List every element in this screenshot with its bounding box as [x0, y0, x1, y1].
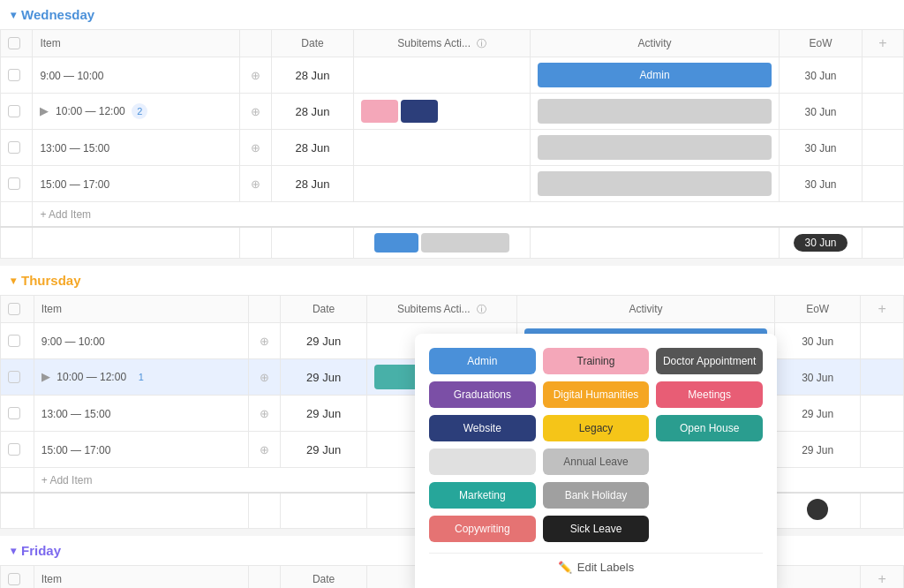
thu-row2-checkbox[interactable] — [1, 359, 34, 396]
wed-totals-row: 30 Jun — [1, 227, 904, 259]
wed-add-item-row[interactable]: + Add Item — [1, 202, 904, 228]
edit-labels-button[interactable]: ✏️ Edit Labels — [429, 553, 763, 581]
wed-subitems-header: Subitems Acti... ⓘ — [354, 30, 531, 57]
edit-labels-text: Edit Labels — [577, 561, 634, 574]
wed-add-item-btn[interactable]: + Add Item — [40, 208, 91, 221]
wed-row1-subitems — [354, 57, 531, 94]
section-divider — [0, 259, 904, 266]
thu-row1-date: 29 Jun — [281, 323, 366, 359]
thu-add-item-btn[interactable]: + Add Item — [41, 474, 93, 486]
label-training[interactable]: Training — [543, 348, 650, 374]
thu-subitem-badge: 1 — [133, 369, 149, 385]
wednesday-chevron-icon[interactable]: ▾ — [11, 9, 16, 21]
fri-plus-header[interactable]: + — [861, 566, 904, 589]
fri-item-header: Item — [34, 566, 248, 589]
wed-row4-add[interactable]: ⊕ — [240, 166, 271, 202]
wed-row3-subitems — [354, 130, 531, 166]
wed-row4-checkbox[interactable] — [1, 166, 33, 202]
label-annual-leave[interactable]: Annual Leave — [543, 449, 650, 475]
fri-check-header[interactable] — [1, 566, 34, 589]
label-legacy[interactable]: Legacy — [543, 415, 650, 441]
label-graduations[interactable]: Graduations — [429, 381, 536, 408]
table-row: 15:00 — 17:00 ⊕ 28 Jun 30 Jun — [1, 166, 904, 202]
wed-add-subitem-header — [240, 30, 271, 57]
thursday-section-header[interactable]: ▾ Thursday — [0, 266, 904, 295]
wed-row2-checkbox[interactable] — [1, 94, 33, 130]
wed-activity-header: Activity — [531, 30, 780, 57]
thu-eow-header: EoW — [775, 296, 861, 323]
wed-row1-checkbox[interactable] — [1, 57, 33, 94]
wednesday-section-header[interactable]: ▾ Wednesday — [0, 0, 904, 29]
label-meetings[interactable]: Meetings — [656, 381, 763, 408]
table-row: 9:00 — 10:00 ⊕ 28 Jun Admin 30 Jun — [1, 57, 904, 94]
wed-row1-eow: 30 Jun — [780, 57, 863, 94]
wed-row3-add[interactable]: ⊕ — [240, 130, 271, 166]
thu-expand-icon[interactable]: ▶ — [41, 370, 50, 383]
thu-row3-date: 29 Jun — [281, 396, 366, 432]
thu-activity-header: Activity — [517, 296, 775, 323]
thu-plus-header[interactable]: + — [861, 296, 904, 323]
wed-check-header[interactable] — [1, 30, 33, 57]
thu-subitems-info-icon[interactable]: ⓘ — [477, 304, 486, 314]
label-marketing[interactable]: Marketing — [429, 482, 536, 509]
wed-row4-plus — [862, 166, 903, 202]
thu-row1-eow: 30 Jun — [775, 323, 861, 359]
wed-row4-eow: 30 Jun — [780, 166, 863, 202]
label-empty2 — [656, 449, 763, 475]
thu-row1-checkbox[interactable] — [1, 323, 34, 359]
wed-row2-subitems — [354, 94, 531, 130]
wed-row3-checkbox[interactable] — [1, 130, 33, 166]
wed-row4-subitems — [354, 166, 531, 202]
pencil-icon: ✏️ — [558, 561, 572, 574]
thursday-label: Thursday — [21, 273, 81, 288]
label-sick-leave[interactable]: Sick Leave — [543, 516, 650, 542]
expand-icon[interactable]: ▶ — [40, 104, 49, 117]
label-empty1[interactable] — [429, 449, 536, 475]
thu-row2-date: 29 Jun — [281, 359, 366, 396]
wed-date-header: Date — [271, 30, 354, 57]
wed-row2-add[interactable]: ⊕ — [240, 94, 271, 130]
wed-row1-activity[interactable]: Admin — [531, 57, 780, 94]
wed-totals-subitems — [354, 227, 531, 259]
fri-eow-header — [775, 566, 861, 589]
thu-row2-eow: 30 Jun — [775, 359, 861, 396]
wed-row4-activity — [531, 166, 780, 202]
label-digital-humanities[interactable]: Digital Humanities — [543, 381, 650, 408]
thu-row4-eow: 29 Jun — [775, 432, 861, 468]
thu-row4-checkbox[interactable] — [1, 432, 34, 468]
label-popup: Admin Training Doctor Appointment Gradua… — [415, 334, 777, 588]
wed-plus-header[interactable]: + — [862, 30, 903, 57]
thu-row4-add[interactable]: ⊕ — [248, 432, 280, 468]
thu-row3-time: 13:00 — 15:00 — [34, 396, 248, 432]
thu-row2-add[interactable]: ⊕ — [248, 359, 280, 396]
subitems-info-icon[interactable]: ⓘ — [477, 38, 486, 49]
thu-date-header: Date — [281, 296, 366, 323]
thu-row3-checkbox[interactable] — [1, 396, 34, 432]
label-doctor-appointment[interactable]: Doctor Appointment — [656, 348, 763, 374]
thu-item-header: Item — [34, 296, 248, 323]
thu-row1-time: 9:00 — 10:00 — [34, 323, 248, 359]
wed-row1-add[interactable]: ⊕ — [240, 57, 271, 94]
thu-check-header[interactable] — [1, 296, 34, 323]
thu-row3-add[interactable]: ⊕ — [248, 396, 280, 432]
wed-row2-activity — [531, 94, 780, 130]
wednesday-label: Wednesday — [21, 7, 94, 22]
wed-row2-eow: 30 Jun — [780, 94, 863, 130]
wed-row2-time: ▶ 10:00 — 12:00 2 — [33, 94, 240, 130]
wed-row3-plus — [862, 130, 903, 166]
label-grid: Admin Training Doctor Appointment Gradua… — [429, 348, 763, 542]
label-copywriting[interactable]: Copywriting — [429, 516, 536, 542]
thu-row3-eow: 29 Jun — [775, 396, 861, 432]
label-empty4 — [656, 516, 763, 542]
label-bank-holiday[interactable]: Bank Holiday — [543, 482, 650, 509]
friday-chevron-icon[interactable]: ▾ — [11, 545, 16, 557]
label-admin[interactable]: Admin — [429, 348, 536, 374]
wed-row4-date: 28 Jun — [271, 166, 354, 202]
wed-eow-header: EoW — [780, 30, 863, 57]
label-website[interactable]: Website — [429, 415, 536, 441]
thu-row1-add[interactable]: ⊕ — [248, 323, 280, 359]
wednesday-table: Item Date Subitems Acti... ⓘ Activity Eo… — [0, 29, 904, 259]
label-open-house[interactable]: Open House — [656, 415, 763, 441]
table-row: ▶ 10:00 — 12:00 2 ⊕ 28 Jun 30 Jun — [1, 94, 904, 130]
thursday-chevron-icon[interactable]: ▾ — [11, 275, 16, 287]
